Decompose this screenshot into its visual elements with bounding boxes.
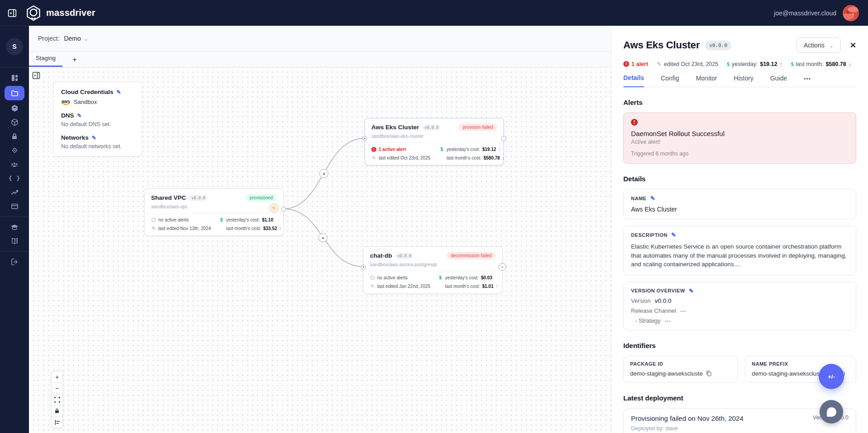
- sidebar-item-projects[interactable]: [5, 86, 24, 100]
- auto-layout-icon: [54, 419, 60, 425]
- node-slug: sandbox/aws-aurora-postgresql: [370, 262, 496, 267]
- output-handle[interactable]: [498, 263, 506, 271]
- month-cost-value: $580.78: [484, 155, 500, 160]
- node-aws-eks-cluster[interactable]: Aws Eks Cluster v0.0.0 provision failed …: [365, 118, 504, 165]
- month-label: last month:: [796, 61, 823, 67]
- node-shared-vpc[interactable]: Shared VPC v0.0.0 provisioned sandbox/aw…: [144, 188, 284, 236]
- chevron-down-icon: [84, 35, 89, 42]
- deployment-title: Provisioning failed on Nov 26th, 2024: [631, 414, 744, 422]
- alert-card: DaemonSet Rollout Successful Active aler…: [623, 113, 856, 164]
- release-channel-value: ---: [680, 307, 687, 314]
- trend-up-icon: [496, 284, 498, 289]
- version-overview-card: VERSION OVERVIEW Versionv0.0.0 Release C…: [623, 282, 856, 330]
- cloud-credentials-value: Sandbox: [74, 99, 97, 105]
- deployment-deployed-by: Deployed by: dave: [631, 425, 744, 432]
- org-avatar[interactable]: S: [6, 38, 23, 55]
- edit-pencil-icon[interactable]: [92, 134, 96, 141]
- actions-button[interactable]: Actions: [797, 38, 841, 53]
- project-name: Demo: [64, 35, 81, 42]
- zoom-out-button[interactable]: [51, 382, 63, 394]
- project-selector[interactable]: Demo: [64, 35, 88, 42]
- dollar-icon: [441, 147, 443, 152]
- graduation-cap-icon: [10, 223, 19, 232]
- edit-pencil-icon[interactable]: [689, 287, 694, 294]
- sidebar-item-dashboard[interactable]: [5, 72, 24, 84]
- name-value: Aws Eks Cluster: [631, 206, 849, 213]
- actions-label: Actions: [804, 42, 825, 49]
- add-environment-button[interactable]: +: [72, 56, 77, 63]
- node-chat-db[interactable]: chat-db v0.0.0 decommission failed sandb…: [363, 246, 503, 294]
- sidebar-item-docs[interactable]: [5, 235, 24, 247]
- node-title: chat-db: [370, 252, 392, 259]
- chat-widget-button[interactable]: [820, 400, 843, 424]
- node-version-badge: v0.0.0: [189, 195, 208, 201]
- sidebar-item-secrets[interactable]: [5, 130, 24, 142]
- dns-label: DNS: [61, 112, 74, 119]
- more-tabs-button[interactable]: •••: [804, 75, 811, 87]
- input-handle[interactable]: [361, 264, 366, 269]
- divider: [0, 251, 29, 252]
- strategy-value: ---: [664, 317, 671, 324]
- edit-pencil-icon[interactable]: [671, 231, 676, 238]
- month-cost-label: last month's cost:: [226, 226, 261, 231]
- user-email[interactable]: joe@massdriver.cloud: [774, 9, 836, 17]
- copy-icon[interactable]: [706, 370, 712, 377]
- user-avatar[interactable]: [843, 5, 859, 21]
- tab-config[interactable]: Config: [661, 75, 679, 87]
- sidebar-item-api[interactable]: { }: [5, 172, 24, 184]
- close-icon[interactable]: [850, 41, 856, 50]
- edge-delete-button[interactable]: [318, 233, 327, 242]
- edit-pencil-icon[interactable]: [650, 195, 655, 202]
- alert-count: 1 alert: [631, 61, 648, 67]
- tab-staging[interactable]: Staging: [29, 52, 62, 67]
- lock-button[interactable]: [51, 405, 63, 417]
- output-handle[interactable]: [281, 207, 286, 212]
- edge-delete-button[interactable]: [319, 169, 328, 178]
- sidebar-item-bundles[interactable]: [5, 116, 24, 128]
- zoom-in-button[interactable]: [51, 371, 63, 383]
- sidebar-item-learn[interactable]: [5, 221, 24, 233]
- edit-pencil-icon[interactable]: [117, 89, 121, 95]
- pencil-icon: [370, 283, 375, 289]
- strategy-label: - Strategy: [635, 317, 660, 324]
- trend-down-icon: [849, 61, 851, 67]
- output-handle[interactable]: [501, 136, 506, 141]
- sidebar-item-billing[interactable]: [5, 200, 24, 212]
- lock-icon: [10, 132, 19, 141]
- panel-version-badge: v0.0.0: [705, 41, 731, 50]
- details-heading: Details: [623, 175, 856, 183]
- edit-pencil-icon[interactable]: [77, 112, 82, 119]
- diamond-nodes-icon: [10, 146, 19, 155]
- diff-fab-button[interactable]: +/-: [819, 364, 844, 389]
- sidebar-item-users[interactable]: [5, 158, 24, 170]
- input-handle[interactable]: [362, 136, 367, 141]
- yesterday-value: $19.12: [760, 61, 777, 67]
- tab-history[interactable]: History: [734, 75, 754, 87]
- dashboard-icon: [10, 74, 19, 82]
- sidebar-item-metrics[interactable]: [5, 186, 24, 198]
- node-slug: sandbox/aws-vpc: [151, 204, 277, 209]
- sidebar-item-logout[interactable]: [5, 256, 24, 268]
- description-field-card: DESCRIPTION Elastic Kubernetes Service i…: [623, 226, 856, 275]
- fit-view-button[interactable]: [51, 394, 63, 405]
- diagram-canvas[interactable]: Cloud Credentials aws Sandbox DNS No def…: [29, 67, 611, 433]
- alert-icon: [371, 147, 376, 152]
- identifiers-heading: Identifiers: [623, 342, 856, 349]
- name-prefix-label: NAME PREFIX: [752, 361, 788, 367]
- chat-bubble-icon: [827, 407, 836, 417]
- tab-monitor[interactable]: Monitor: [696, 75, 717, 87]
- drift-refresh-badge[interactable]: [270, 203, 279, 212]
- sidebar-item-services[interactable]: [5, 144, 24, 156]
- massdriver-logo: massdriver: [25, 5, 95, 21]
- tab-guide[interactable]: Guide: [770, 75, 787, 87]
- pencil-icon: [372, 155, 376, 160]
- node-slug: sandbox/aws-eks-cluster: [371, 133, 497, 139]
- panel-expand-icon[interactable]: [32, 71, 42, 81]
- package-id-card: PACKAGE ID demo-staging-awsekscluste: [623, 356, 738, 383]
- tab-details[interactable]: Details: [623, 74, 644, 87]
- project-label: Project:: [38, 35, 59, 42]
- sidebar-collapse-icon[interactable]: [6, 7, 18, 19]
- yesterday-label: yesterday:: [732, 61, 758, 67]
- auto-layout-button[interactable]: [51, 416, 63, 428]
- sidebar-item-artifacts[interactable]: [5, 102, 24, 114]
